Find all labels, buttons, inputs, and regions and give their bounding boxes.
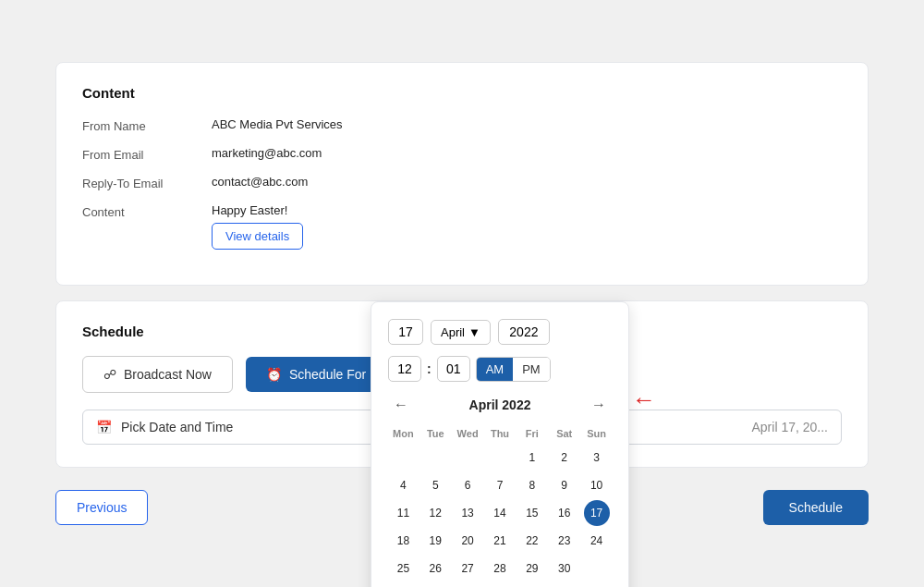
broadcast-now-button[interactable]: ☍ Broadcast Now [82,356,233,393]
dp-weekday-thu: Thu [485,424,516,443]
dp-pm-button[interactable]: PM [513,358,550,381]
reply-to-email-value: contact@abc.com [212,175,308,189]
dp-weekday-sun: Sun [581,424,612,443]
dp-day-15[interactable]: 15 [519,500,545,526]
dp-day-27[interactable]: 27 [455,556,480,581]
dp-prev-month-button[interactable]: ← [388,395,414,415]
previous-button[interactable]: Previous [55,490,148,525]
dp-weekday-mon: Mon [388,424,419,443]
dp-day-10[interactable]: 10 [584,472,610,498]
clock-icon: ⏰ [266,367,282,382]
dp-day-23[interactable]: 23 [552,528,578,554]
datepicker-popup: ← April ▼ : AM PM [371,301,629,587]
content-row: Content Happy Easter! View details [82,203,842,250]
content-card: Content From Name ABC Media Pvt Services… [55,62,869,286]
dp-day-14[interactable]: 14 [487,500,513,526]
arrow-right-icon: ← [632,385,656,414]
dp-day-empty [455,445,480,471]
from-email-label: From Email [82,146,212,162]
dp-day-5[interactable]: 5 [422,472,448,498]
reply-to-email-row: Reply-To Email contact@abc.com [82,175,842,190]
dp-year-input[interactable] [498,319,550,345]
dp-month-chevron-icon: ▼ [468,325,480,339]
dp-ampm-toggle[interactable]: AM PM [476,357,551,382]
broadcast-icon: ☍ [103,367,116,382]
dp-weekday-tue: Tue [420,424,451,443]
dp-day-24[interactable]: 24 [584,528,610,554]
dp-calendar-month-label: April 2022 [469,397,531,412]
dp-day-28[interactable]: 28 [487,556,513,581]
schedule-button[interactable]: Schedule [763,490,869,525]
dp-day-18[interactable]: 18 [390,528,416,554]
pick-date-label: Pick Date and Time [121,420,233,434]
dp-month-select[interactable]: April ▼ [431,320,491,345]
dp-day-empty [422,445,448,471]
dp-day-20[interactable]: 20 [455,528,480,554]
dp-day-4[interactable]: 4 [390,472,416,498]
schedule-card: Schedule ↓ ☍ Broadcast Now ⏰ Schedule Fo… [55,300,869,468]
dp-day-30[interactable]: 30 [552,556,578,581]
pick-date-value: April 17, 20... [752,420,829,434]
dp-day-2[interactable]: 2 [552,445,578,471]
dp-day-6[interactable]: 6 [455,472,480,498]
reply-to-email-label: Reply-To Email [82,175,212,190]
dp-colon: : [427,361,432,376]
dp-weekday-wed: Wed [453,424,483,443]
dp-month-label-display: April [441,325,465,339]
content-value: Happy Easter! [212,203,303,217]
dp-day-26[interactable]: 26 [422,556,448,581]
dp-day-8[interactable]: 8 [519,472,545,498]
dp-weekday-sat: Sat [549,424,579,443]
from-email-value: marketing@abc.com [212,146,322,160]
dp-calendar-grid: Mon Tue Wed Thu Fri Sat Sun 1 2 3 [388,424,612,581]
dp-day-25[interactable]: 25 [390,556,416,581]
dp-day-9[interactable]: 9 [552,472,578,498]
dp-day-11[interactable]: 11 [390,500,416,526]
dp-day-empty [390,445,416,471]
dp-day-19[interactable]: 19 [422,528,448,554]
dp-next-month-button[interactable]: → [586,395,612,415]
dp-day-7[interactable]: 7 [487,472,513,498]
dp-day-input[interactable] [388,319,423,345]
from-email-row: From Email marketing@abc.com [82,146,842,162]
dp-day-empty [584,556,610,581]
from-name-row: From Name ABC Media Pvt Services [82,117,842,133]
dp-minute-input[interactable] [437,356,470,382]
dp-day-12[interactable]: 12 [422,500,448,526]
dp-weekday-fri: Fri [517,424,547,443]
calendar-icon: 📅 [96,420,112,434]
content-card-title: Content [82,85,842,101]
dp-calendar-nav: ← April 2022 → [388,395,612,415]
dp-day-17[interactable]: 17 [584,500,610,526]
from-name-value: ABC Media Pvt Services [212,117,343,131]
dp-day-21[interactable]: 21 [487,528,513,554]
dp-time-row: : AM PM [388,356,612,382]
view-details-button[interactable]: View details [212,223,303,250]
dp-day-empty [487,445,513,471]
broadcast-now-label: Broadcast Now [124,367,212,382]
from-name-label: From Name [82,117,212,133]
dp-am-button[interactable]: AM [477,358,514,381]
dp-day-3[interactable]: 3 [584,445,610,471]
dp-day-16[interactable]: 16 [552,500,578,526]
dp-date-inputs: April ▼ [388,319,612,345]
dp-day-29[interactable]: 29 [519,556,545,581]
dp-day-1[interactable]: 1 [519,445,545,471]
dp-day-22[interactable]: 22 [519,528,545,554]
dp-day-13[interactable]: 13 [455,500,480,526]
dp-hour-input[interactable] [388,356,421,382]
content-label: Content [82,203,212,219]
